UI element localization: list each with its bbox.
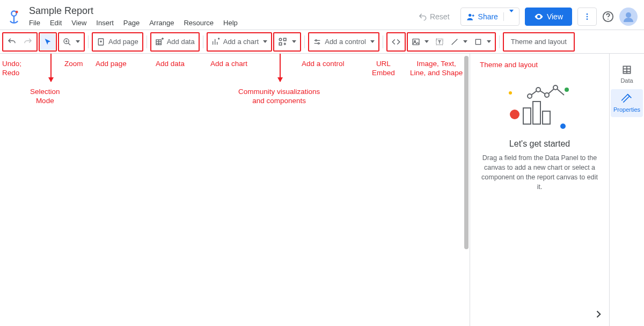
url-embed-button[interactable] (388, 34, 404, 50)
svg-point-1 (16, 10, 18, 13)
theme-layout-button[interactable]: Theme and layout (504, 34, 573, 50)
add-chart-group: Add a chart (207, 32, 273, 52)
undo-button[interactable] (4, 34, 20, 50)
svg-point-24 (565, 88, 569, 92)
annot-add-chart: Add a chart (210, 59, 247, 68)
getting-started-illustration-icon (505, 82, 575, 131)
svg-rect-15 (279, 42, 282, 45)
rail-properties-tab[interactable]: Properties (611, 89, 643, 117)
add-control-button[interactable]: Add a control (310, 34, 378, 50)
share-button[interactable]: Share (460, 8, 519, 26)
text-button[interactable] (432, 34, 447, 50)
undo-arrow-icon (418, 12, 427, 21)
menu-arrange[interactable]: Arrange (145, 18, 178, 28)
divider (499, 35, 500, 48)
more-options-button[interactable] (577, 8, 597, 26)
view-label: View (547, 12, 563, 21)
svg-rect-18 (413, 39, 419, 45)
reset-label: Reset (430, 12, 450, 21)
menubar: File Edit View Insert Page Arrange Resou… (29, 18, 413, 28)
view-button[interactable]: View (525, 8, 572, 26)
divider (147, 35, 147, 48)
svg-point-8 (608, 18, 609, 19)
add-chart-label: Add a chart (223, 38, 259, 46)
svg-point-23 (560, 124, 566, 129)
menu-page[interactable]: Page (119, 18, 144, 28)
menu-help[interactable]: Help (219, 18, 242, 28)
annot-community: Community visualizations and components (238, 87, 320, 105)
app-logo-icon (6, 9, 21, 24)
svg-point-6 (587, 18, 588, 20)
add-chart-button[interactable]: Add a chart (208, 34, 271, 50)
theme-layout-group: Theme and layout (503, 32, 575, 52)
add-data-group: Add data (150, 32, 200, 52)
add-data-button[interactable]: Add data (152, 34, 198, 50)
chevron-down-icon (425, 40, 429, 43)
chevron-down-icon (487, 40, 491, 43)
divider (383, 35, 383, 48)
annot-zoom: Zoom (64, 59, 83, 68)
redo-button[interactable] (20, 34, 36, 50)
annot-add-data: Add data (156, 59, 185, 68)
help-icon[interactable] (602, 11, 614, 23)
zoom-button[interactable] (60, 34, 83, 50)
svg-rect-28 (543, 111, 550, 124)
theme-layout-label: Theme and layout (511, 38, 567, 46)
menu-file[interactable]: File (29, 18, 45, 28)
annot-url-embed: URL Embed (372, 59, 395, 77)
svg-point-25 (509, 91, 512, 95)
app-header: Sample Report File Edit View Insert Page… (0, 0, 644, 30)
annot-add-page: Add page (96, 59, 127, 68)
svg-rect-27 (533, 102, 540, 124)
annot-add-control: Add a control (302, 59, 345, 68)
add-page-button[interactable]: Add page (93, 34, 142, 50)
svg-point-22 (510, 110, 519, 119)
svg-point-32 (553, 85, 558, 90)
undo-redo-group (2, 32, 38, 52)
url-embed-group (386, 32, 406, 52)
divider (304, 35, 305, 48)
svg-point-5 (587, 16, 588, 17)
person-plus-icon (466, 12, 475, 21)
toolbar: Add page Add data Add a chart Add a cont… (0, 30, 644, 54)
scrollbar[interactable] (464, 56, 469, 249)
annot-image-text: Image, Text, Line, and Shape (410, 59, 463, 77)
reset-button[interactable]: Reset (413, 8, 455, 26)
selection-button[interactable] (40, 34, 55, 50)
image-button[interactable] (408, 34, 432, 50)
share-caret[interactable] (503, 12, 514, 21)
svg-point-13 (279, 38, 282, 41)
menu-insert[interactable]: Insert (92, 18, 118, 28)
share-label: Share (478, 12, 498, 21)
header-actions: Reset Share View (413, 8, 638, 26)
canvas[interactable]: Undo; Redo Selection Mode Zoom Add page … (0, 54, 470, 326)
annot-undo-redo: Undo; Redo (2, 59, 21, 77)
add-page-group: Add page (92, 32, 143, 52)
svg-point-2 (469, 13, 471, 16)
menu-view[interactable]: View (67, 18, 91, 28)
rail-data-tab[interactable]: Data (611, 60, 643, 88)
community-viz-button[interactable] (275, 34, 299, 50)
arrow-icon (50, 54, 52, 82)
svg-point-31 (545, 93, 549, 97)
sidepanel-next-button[interactable] (593, 309, 604, 320)
svg-point-16 (316, 40, 317, 41)
menu-edit[interactable]: Edit (46, 18, 66, 28)
doc-title[interactable]: Sample Report (29, 5, 413, 17)
title-area: Sample Report File Edit View Insert Page… (29, 5, 413, 28)
eye-icon (534, 12, 544, 21)
menu-resource[interactable]: Resource (179, 18, 218, 28)
annot-theme-layout: Theme and layout (475, 60, 538, 69)
svg-point-29 (528, 94, 532, 98)
sidepanel: Theme and layout Let's get started Drag … (470, 54, 610, 326)
svg-rect-26 (523, 108, 531, 124)
shape-button[interactable] (471, 34, 494, 50)
svg-point-3 (538, 16, 539, 17)
chevron-down-icon (370, 40, 375, 43)
line-button[interactable] (447, 34, 471, 50)
add-page-label: Add page (108, 38, 138, 46)
avatar[interactable] (619, 8, 638, 26)
selection-group (39, 32, 57, 52)
add-control-label: Add a control (325, 38, 366, 46)
add-data-label: Add data (167, 38, 195, 46)
